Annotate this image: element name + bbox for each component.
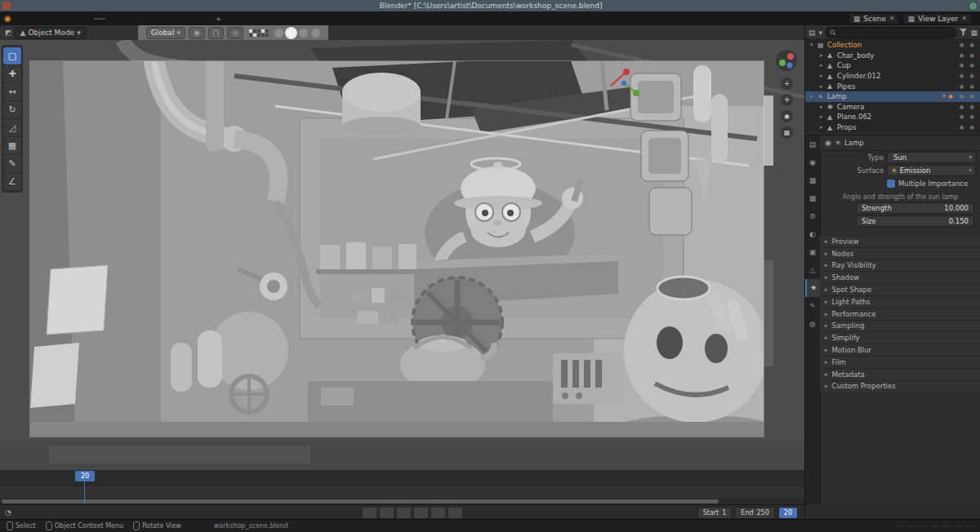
outliner-item[interactable]: ▸ ▲ Char_body ◉ ◉ xyxy=(805,51,980,61)
checkbox-icon[interactable] xyxy=(887,180,895,188)
navigation-gizmo[interactable] xyxy=(776,50,797,71)
expand-icon[interactable]: ▸ xyxy=(825,383,828,389)
collapsed-panel[interactable]: ▸ Sampling xyxy=(820,320,980,332)
expand-icon[interactable]: ▸ xyxy=(825,274,828,281)
collapsed-panel[interactable]: ▸ Spot Shape xyxy=(820,283,980,295)
shading-wireframe-button[interactable] xyxy=(274,29,283,38)
expand-icon[interactable]: ▸ xyxy=(825,322,828,329)
outliner-item[interactable]: ▸ ◉ Camera ◉ ◉ xyxy=(805,102,980,113)
search-input[interactable] xyxy=(838,28,952,37)
properties-tab[interactable]: ◍ xyxy=(805,315,820,333)
properties-tab[interactable]: ▩ xyxy=(805,189,820,207)
properties-tab[interactable]: ☀ xyxy=(805,279,820,297)
move-view-button[interactable]: ✛ xyxy=(781,94,793,106)
camera-view-button[interactable]: ◉ xyxy=(781,110,793,122)
expand-icon[interactable]: ▸ xyxy=(820,113,827,120)
viewport-3d[interactable]: ◩ ▲ Object Mode ▾ Global ▾ ◉ ⋂ ◎ xyxy=(0,25,804,470)
outliner-item[interactable]: ▸ ▲ Cup ◉ ◉ xyxy=(805,60,980,71)
visibility-icons[interactable]: ◉ ◉ xyxy=(955,73,980,79)
playback-button[interactable] xyxy=(396,507,412,519)
properties-tab[interactable]: ▤ xyxy=(805,135,820,153)
outliner-item[interactable]: ▸ ▲ Cylinder.012 ◉ ◉ xyxy=(805,71,980,82)
properties-tab[interactable]: ◐ xyxy=(805,225,820,243)
playback-button[interactable] xyxy=(379,507,394,519)
tool-button[interactable]: ↻ xyxy=(3,101,21,118)
collapsed-panel[interactable]: ▸ Light Paths xyxy=(820,295,980,308)
visibility-icons[interactable]: ◉ ◉ xyxy=(955,83,980,90)
visibility-icons[interactable]: ◉ ◉ xyxy=(955,52,980,59)
proportional-edit-toggle[interactable]: ◎ xyxy=(227,27,243,39)
tool-button[interactable]: ✎ xyxy=(3,155,21,172)
workspace-tab[interactable] xyxy=(172,18,184,20)
zoom-view-button[interactable]: + xyxy=(781,78,793,90)
tool-button[interactable]: ✚ xyxy=(3,65,21,82)
frame-end-field[interactable]: End 250 xyxy=(735,507,774,519)
shading-solid-button[interactable] xyxy=(287,29,296,38)
workspace-tab[interactable] xyxy=(94,18,105,20)
outliner-options-icon[interactable]: ▦ xyxy=(970,29,978,37)
expand-icon[interactable]: ▸ xyxy=(825,286,828,293)
value-slider[interactable]: Strength 10.000 xyxy=(856,202,974,214)
properties-tab[interactable]: ▦ xyxy=(805,171,820,189)
outliner-item[interactable]: ▾ ▦ Collection ◉ ◉ xyxy=(805,40,980,51)
visibility-icons[interactable]: ◉ ◉ xyxy=(955,124,980,131)
workspace-tab[interactable] xyxy=(81,18,92,20)
collapsed-panel[interactable]: ▸ Nodes xyxy=(820,247,980,259)
collapsed-panel[interactable]: ▸ Custom Properties xyxy=(820,380,980,392)
pin-icon[interactable]: ◉ xyxy=(825,139,831,147)
current-frame-indicator[interactable]: 20 xyxy=(75,471,95,481)
expand-icon[interactable]: ▸ xyxy=(825,371,828,378)
current-frame-field[interactable]: 20 xyxy=(778,507,798,519)
frame-start-field[interactable]: Start 1 xyxy=(697,507,733,519)
tool-button[interactable]: ▢ xyxy=(3,47,21,64)
collapsed-panel[interactable]: ▸ Ray Visibility xyxy=(820,259,980,272)
properties-tab[interactable]: ⚙ xyxy=(805,207,820,225)
playback-button[interactable] xyxy=(430,507,446,519)
tool-button[interactable]: ◿ xyxy=(3,119,21,136)
scene-selector[interactable]: ▦ Scene ✕ xyxy=(849,13,900,24)
collapsed-panel[interactable]: ▸ Film xyxy=(820,356,980,368)
collapsed-panel[interactable]: ▸ Metadata xyxy=(820,368,980,380)
expand-icon[interactable]: ▸ xyxy=(810,93,817,100)
expand-icon[interactable]: ▸ xyxy=(820,83,827,90)
property-dropdown[interactable]: Sun ▾ xyxy=(887,152,976,163)
visibility-icons[interactable]: ◉ ◉ xyxy=(955,42,980,48)
expand-icon[interactable]: ▸ xyxy=(820,104,827,110)
workspace-tab[interactable] xyxy=(107,18,118,20)
perspective-toggle-button[interactable]: ▦ xyxy=(781,126,793,139)
properties-tab[interactable]: ◉ xyxy=(805,153,820,171)
playback-button[interactable] xyxy=(413,507,429,519)
collapsed-panel[interactable]: ▸ Preview xyxy=(820,235,980,247)
outliner-item[interactable]: ▸ ▲ Plane.062 ◉ ◉ xyxy=(805,112,980,122)
tool-button[interactable]: ▦ xyxy=(3,137,21,154)
collapsed-panel[interactable]: ▸ Motion Blur xyxy=(820,344,980,356)
expand-icon[interactable]: ▸ xyxy=(825,347,828,353)
workspace-tab[interactable] xyxy=(198,18,210,20)
view-layer-unlink-icon[interactable]: ✕ xyxy=(961,15,967,22)
visibility-icons[interactable]: ◉ ◉ xyxy=(955,93,980,100)
visibility-icons[interactable]: ◉ ◉ xyxy=(955,113,980,120)
value-slider[interactable]: Size 0.150 xyxy=(856,215,974,227)
camera-frame[interactable] xyxy=(30,61,764,437)
outliner-editor-icon[interactable]: ▤ xyxy=(808,29,816,37)
timeline-tracks[interactable] xyxy=(0,486,804,498)
snap-toggle[interactable]: ⋂ xyxy=(208,27,224,39)
mode-dropdown[interactable]: ▲ Object Mode ▾ xyxy=(15,27,87,39)
workspace-tab[interactable] xyxy=(146,18,158,20)
expand-icon[interactable]: ▸ xyxy=(820,52,827,59)
visibility-icons[interactable]: ◉ ◉ xyxy=(955,104,980,110)
workspace-tab[interactable] xyxy=(120,18,131,20)
shading-material-button[interactable] xyxy=(299,29,308,38)
property-dropdown[interactable]: ☀ Emission ▾ xyxy=(887,165,976,176)
expand-icon[interactable]: ▸ xyxy=(825,250,828,257)
shading-rendered-button[interactable] xyxy=(311,29,320,38)
checkbox-row[interactable]: Multiple Importance xyxy=(820,177,980,190)
expand-icon[interactable]: ▾ xyxy=(810,42,817,48)
playback-button[interactable] xyxy=(362,507,377,519)
filter-icon[interactable] xyxy=(960,29,967,36)
window-control-icon[interactable] xyxy=(969,2,978,11)
tool-button[interactable]: ↔ xyxy=(3,83,21,100)
timeline-editor-icon[interactable]: ◔ xyxy=(5,508,11,516)
tool-button[interactable]: ∠ xyxy=(3,173,21,190)
properties-tab[interactable]: △ xyxy=(805,261,820,279)
